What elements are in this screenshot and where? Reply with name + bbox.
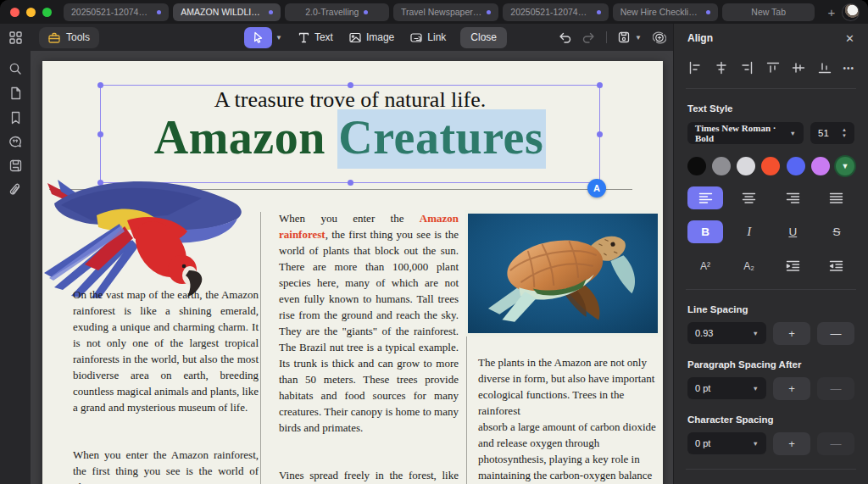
unsaved-dot [364, 10, 368, 14]
chevron-down-icon: ▼ [753, 385, 759, 392]
export-doc-icon[interactable] [9, 159, 22, 172]
text-align-right-button[interactable] [775, 186, 810, 209]
more-align-options-icon[interactable]: ••• [843, 64, 854, 73]
color-gray[interactable] [712, 157, 731, 175]
tab-20250521-1[interactable]: 20250521-120744_C [64, 3, 169, 21]
text-align-justify-button[interactable] [819, 186, 854, 209]
close-edit-button[interactable]: Close [460, 27, 507, 48]
unsaved-dot [597, 10, 601, 14]
close-window-button[interactable] [10, 8, 19, 17]
tab-amazon-wildlife[interactable]: AMAZON WILDLIFE_C [173, 3, 280, 21]
indent-decrease-button[interactable] [819, 254, 854, 277]
color-black[interactable] [687, 157, 706, 175]
panel-close-icon[interactable]: ✕ [845, 32, 854, 45]
unsaved-dot [157, 10, 161, 14]
turtle-image[interactable] [468, 214, 658, 333]
parrot-image[interactable] [41, 171, 254, 300]
align-left-icon[interactable] [687, 60, 703, 75]
chevron-down-icon: ▼ [790, 130, 796, 137]
color-green-selected[interactable]: ▼ [836, 157, 854, 175]
panel-divider [686, 469, 856, 470]
column-2[interactable]: When you enter the Amazon rainforest, th… [279, 210, 459, 484]
character-spacing-dropdown[interactable]: 0 pt▼ [687, 432, 766, 454]
text-style-title: Text Style [687, 103, 854, 114]
subscript-button[interactable]: A₂ [732, 254, 767, 277]
document-page[interactable]: A treasure trove of natural life. Amazon… [42, 61, 663, 484]
italic-button[interactable]: I [732, 220, 767, 243]
color-light-gray[interactable] [737, 157, 755, 175]
maximize-window-button[interactable] [42, 8, 52, 17]
superscript-button[interactable]: A² [687, 254, 723, 277]
paragraph-spacing-decrease-button[interactable]: — [817, 377, 854, 400]
tab-20250521-2[interactable]: 20250521-120744_C [503, 3, 608, 21]
text-object-badge[interactable]: A [587, 179, 606, 197]
chevron-down-icon: ▼ [753, 330, 759, 337]
strikethrough-button[interactable]: S [819, 220, 854, 243]
bookmark-icon[interactable] [10, 111, 21, 125]
column-3[interactable]: The plants in the Amazon are not only di… [478, 354, 663, 484]
redo-icon[interactable] [582, 32, 595, 43]
tab-bar: 20250521-120744_C AMAZON WILDLIFE_C 2.0-… [0, 0, 868, 24]
pages-icon[interactable] [9, 86, 22, 100]
app-window: 20250521-120744_C AMAZON WILDLIFE_C 2.0-… [0, 0, 868, 484]
underline-button[interactable]: U [775, 220, 810, 243]
undo-icon[interactable] [559, 32, 571, 43]
tab-travelling[interactable]: 2.0-Travelling [285, 3, 389, 21]
save-caret[interactable]: ▼ [635, 34, 642, 42]
resize-handle-s[interactable] [348, 180, 353, 186]
link-tool-button[interactable]: Link [410, 31, 446, 43]
size-stepper-arrows[interactable]: ▲▼ [842, 128, 847, 138]
font-size-stepper[interactable]: 51 ▲▼ [810, 122, 854, 144]
tab-new-hire-checklist[interactable]: New Hire Checklist -u [613, 3, 718, 21]
line-spacing-dropdown[interactable]: 0.93▼ [687, 322, 766, 344]
select-tool-button[interactable] [244, 27, 272, 48]
new-tab-button[interactable]: + [827, 5, 835, 19]
image-tool-button[interactable]: Image [349, 31, 394, 43]
tools-button[interactable]: Tools [39, 27, 99, 48]
tab-travel-newspaper[interactable]: Travel Newspaper #2 [393, 3, 498, 21]
align-center-horizontal-icon[interactable] [714, 60, 729, 75]
color-purple[interactable] [811, 157, 830, 175]
text-align-center-button[interactable] [732, 186, 767, 209]
ai-assistant-icon[interactable] [653, 31, 666, 44]
align-top-icon[interactable] [765, 60, 781, 75]
character-spacing-decrease-button[interactable]: — [817, 432, 854, 455]
text-tool-button[interactable]: Text [298, 31, 333, 43]
paragraph: absorb a large amount of carbon dioxide … [478, 419, 663, 484]
minimize-window-button[interactable] [26, 8, 36, 17]
properties-panel: Align ✕ ••• Text Style Times New Roman ·… [673, 24, 868, 484]
line-spacing-label: Line Spacing [687, 304, 854, 314]
color-swatches: ▼ [687, 157, 854, 175]
align-bottom-icon[interactable] [817, 60, 832, 75]
document-canvas[interactable]: A treasure trove of natural life. Amazon… [31, 51, 673, 484]
align-middle-vertical-icon[interactable] [791, 60, 806, 75]
align-right-icon[interactable] [739, 60, 754, 75]
text-tool-icon [298, 32, 309, 43]
bold-button[interactable]: B [687, 220, 723, 243]
save-icon[interactable] [618, 31, 630, 43]
tab-new-tab[interactable]: New Tab [722, 3, 815, 21]
color-blue[interactable] [787, 157, 805, 175]
paragraph-spacing-increase-button[interactable]: + [773, 377, 810, 400]
search-icon[interactable] [8, 62, 22, 75]
attachment-icon[interactable] [9, 183, 21, 197]
text-align-left-button[interactable] [687, 186, 723, 209]
paragraph-spacing-dropdown[interactable]: 0 pt▼ [687, 377, 766, 399]
paragraph: Vines spread freely in the forest, like … [279, 467, 459, 484]
select-tool-caret[interactable]: ▼ [275, 34, 282, 42]
color-orange[interactable] [761, 157, 780, 175]
chevron-down-icon: ▼ [753, 440, 759, 448]
line-spacing-increase-button[interactable]: + [773, 322, 810, 345]
column-1[interactable]: On the vast map of the earth, the Amazon… [73, 287, 259, 484]
indent-increase-button[interactable] [775, 254, 810, 277]
font-family-dropdown[interactable]: Times New Roman · Bold ▼ [687, 122, 804, 144]
window-controls [10, 8, 52, 17]
doc-title[interactable]: Amazon Creatures [100, 110, 600, 164]
line-spacing-decrease-button[interactable]: — [817, 322, 854, 345]
comments-icon[interactable] [8, 136, 22, 148]
user-avatar[interactable] [842, 3, 860, 21]
character-spacing-increase-button[interactable]: + [773, 432, 810, 455]
link-tool-icon [410, 32, 422, 43]
apps-grid-icon[interactable] [9, 31, 22, 44]
paragraph: When you enter the Amazon rainforest, th… [279, 210, 459, 436]
